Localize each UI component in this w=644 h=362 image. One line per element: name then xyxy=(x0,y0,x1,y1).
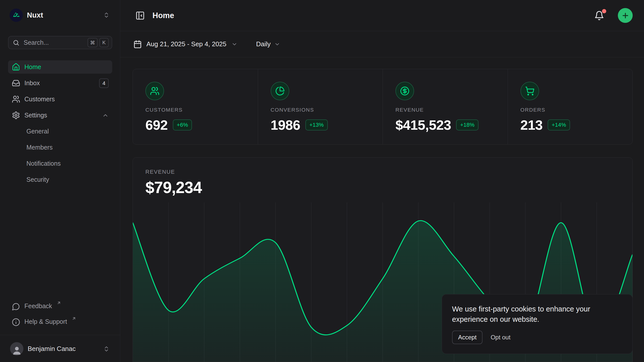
info-circle-icon xyxy=(12,318,20,326)
feedback-label: Feedback xyxy=(24,302,52,310)
sidebar-item-notifications[interactable]: Notifications xyxy=(8,157,112,170)
stat-label: CONVERSIONS xyxy=(271,107,383,113)
users-icon xyxy=(12,95,20,103)
avatar xyxy=(10,342,23,355)
sidebar-item-settings[interactable]: Settings xyxy=(8,109,112,122)
sidebar-item-security[interactable]: Security xyxy=(8,173,112,186)
stats-card: CUSTOMERS 692 +6% CONVERSIONS 1986 +13% xyxy=(133,69,633,145)
stat-value: 213 xyxy=(520,117,543,133)
user-menu[interactable]: Benjamin Canac xyxy=(8,340,112,355)
inbox-count-badge: 4 xyxy=(99,78,109,88)
sidebar: Nuxt Search... ⌘ K Home Inbox 4 xyxy=(0,0,120,362)
calendar-icon xyxy=(133,40,142,49)
chevron-down-icon xyxy=(231,41,237,47)
page-header: Home xyxy=(120,0,644,31)
revenue-label: REVENUE xyxy=(145,169,620,175)
stat-label: REVENUE xyxy=(395,107,508,113)
stat-label: CUSTOMERS xyxy=(145,107,258,113)
revenue-total: $79,234 xyxy=(145,178,620,197)
stat-orders[interactable]: ORDERS 213 +14% xyxy=(508,69,633,144)
team-switcher[interactable]: Nuxt xyxy=(8,7,112,24)
stat-conversions[interactable]: CONVERSIONS 1986 +13% xyxy=(258,69,383,144)
users-icon xyxy=(145,82,164,100)
stat-delta-badge: +14% xyxy=(548,119,570,130)
accept-button[interactable]: Accept xyxy=(452,331,482,344)
stat-label: ORDERS xyxy=(520,107,633,113)
cart-icon xyxy=(520,82,539,100)
stat-revenue[interactable]: REVENUE $415,523 +18% xyxy=(383,69,508,144)
sidebar-divider xyxy=(0,335,120,335)
sidebar-item-home[interactable]: Home xyxy=(8,60,112,74)
stat-value: 692 xyxy=(145,117,168,133)
help-support-label: Help & Support xyxy=(24,317,67,326)
home-icon xyxy=(12,63,20,71)
plus-icon xyxy=(621,12,629,20)
revenue-chart-header: REVENUE $79,234 xyxy=(133,158,632,197)
kbd-cmd: ⌘ xyxy=(88,38,98,47)
sidebar-item-label: Home xyxy=(24,63,109,71)
sidebar-item-inbox[interactable]: Inbox 4 xyxy=(8,76,112,90)
sidebar-nav: Home Inbox 4 Customers Settings General xyxy=(8,60,112,186)
collapse-sidebar-icon[interactable] xyxy=(133,9,147,22)
sidebar-item-general[interactable]: General xyxy=(8,125,112,138)
stat-customers[interactable]: CUSTOMERS 692 +6% xyxy=(133,69,258,144)
search-icon xyxy=(13,39,20,46)
sidebar-item-customers[interactable]: Customers xyxy=(8,93,112,106)
external-link-icon xyxy=(72,316,76,321)
date-range-picker[interactable]: Aug 21, 2025 - Sep 4, 2025 xyxy=(133,40,237,49)
dollar-circle-icon xyxy=(395,82,414,100)
inbox-icon xyxy=(12,79,20,87)
stat-delta-badge: +13% xyxy=(305,119,328,130)
add-button[interactable] xyxy=(618,8,633,23)
gear-icon xyxy=(12,111,20,119)
notification-dot xyxy=(602,9,606,13)
notifications-button[interactable] xyxy=(592,9,606,23)
cookie-banner: We use first-party cookies to enhance yo… xyxy=(442,294,633,354)
search-placeholder: Search... xyxy=(24,39,84,46)
stat-value: $415,523 xyxy=(395,117,451,133)
filters-toolbar: Aug 21, 2025 - Sep 4, 2025 Daily xyxy=(120,31,644,57)
granularity-label: Daily xyxy=(256,40,271,48)
opt-out-button[interactable]: Opt out xyxy=(491,331,510,344)
nuxt-logo xyxy=(10,9,23,22)
date-range-label: Aug 21, 2025 - Sep 4, 2025 xyxy=(146,40,226,48)
search-shortcut: ⌘ K xyxy=(88,38,109,47)
chevrons-up-down-icon xyxy=(103,346,110,352)
sidebar-item-members[interactable]: Members xyxy=(8,141,112,154)
pie-chart-icon xyxy=(271,82,289,100)
kbd-k: K xyxy=(99,38,109,47)
chevrons-up-down-icon xyxy=(103,12,110,18)
sidebar-spacer xyxy=(8,186,112,300)
team-name: Nuxt xyxy=(27,11,99,19)
stat-delta-badge: +6% xyxy=(173,119,192,130)
help-support-link[interactable]: Help & Support xyxy=(8,316,112,328)
chevron-down-icon xyxy=(274,41,280,47)
external-link-icon xyxy=(57,301,61,305)
chevron-up-icon xyxy=(102,112,109,119)
sidebar-item-label: Inbox xyxy=(24,79,95,87)
search-input[interactable]: Search... ⌘ K xyxy=(8,36,112,49)
sidebar-item-label: Settings xyxy=(24,112,98,119)
cookie-message: We use first-party cookies to enhance yo… xyxy=(452,304,603,325)
chat-bubble-icon xyxy=(12,302,20,311)
user-name: Benjamin Canac xyxy=(28,345,99,353)
sidebar-item-label: Customers xyxy=(24,96,109,103)
stat-delta-badge: +18% xyxy=(456,119,478,130)
page-title: Home xyxy=(152,11,587,20)
granularity-select[interactable]: Daily xyxy=(256,40,280,48)
feedback-link[interactable]: Feedback xyxy=(8,300,112,313)
stat-value: 1986 xyxy=(271,117,300,133)
